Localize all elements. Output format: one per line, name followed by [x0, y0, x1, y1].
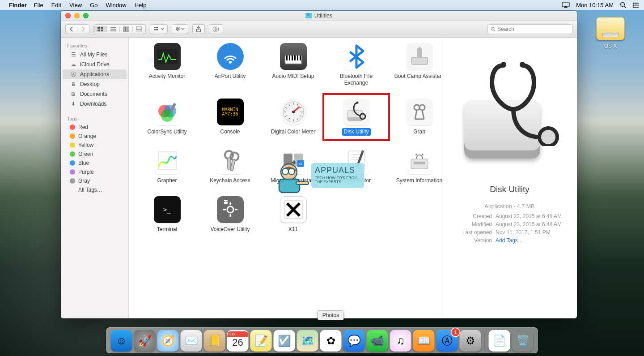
zoom-button[interactable]	[83, 13, 89, 18]
app-icon-art	[343, 99, 370, 125]
nav-buttons	[65, 24, 89, 34]
notification-center-icon[interactable]	[633, 2, 640, 8]
svg-rect-40	[297, 56, 298, 60]
column-view-button[interactable]	[120, 26, 133, 32]
dock-maps[interactable]: 🗺️	[297, 330, 318, 352]
sidebar-item-documents[interactable]: 🗎Documents	[63, 89, 127, 99]
app-bluetooth-file-exchange[interactable]: Bluetooth File Exchange	[326, 43, 386, 87]
sidebar-label: Applications	[80, 71, 109, 77]
tag-gray[interactable]: Gray	[63, 176, 127, 185]
menubar-clock[interactable]: Mon 10:15 AM	[576, 2, 614, 9]
tag-red[interactable]: Red	[63, 123, 127, 132]
dock-messages[interactable]: 💬	[343, 330, 365, 352]
app-caption: Keychain Access	[208, 177, 252, 184]
dock-contacts[interactable]: 📒	[204, 330, 225, 352]
app-boot-camp-assistant[interactable]: Boot Camp Assistant	[389, 43, 442, 87]
titlebar[interactable]: Utilities	[61, 11, 577, 21]
share-button[interactable]	[192, 24, 205, 34]
app-icon-art	[217, 196, 244, 223]
back-button[interactable]	[66, 26, 77, 32]
forward-button[interactable]	[77, 26, 89, 32]
app-script-editor[interactable]: Script Editor	[326, 147, 386, 184]
sidebar-item-all-my-files[interactable]: ☰All My Files	[63, 50, 127, 60]
svg-rect-17	[126, 27, 127, 31]
svg-rect-24	[154, 29, 156, 30]
action-menu[interactable]: ✻	[172, 24, 188, 34]
search-field[interactable]	[487, 24, 572, 34]
all-my-files-icon: ☰	[70, 51, 77, 58]
app-icon-art	[154, 147, 181, 174]
traffic-lights	[65, 11, 89, 21]
menu-window[interactable]: Window	[106, 2, 126, 9]
menu-view[interactable]: View	[69, 2, 82, 9]
app-migration-assistant[interactable]: ☺Migration Assistant	[263, 147, 323, 184]
tag-yellow[interactable]: Yellow	[63, 141, 127, 150]
dock-trash[interactable]: 🗑️	[512, 330, 534, 352]
sidebar-item-icloud-drive[interactable]: ☁︎iCloud Drive	[63, 60, 127, 69]
icon-grid-area[interactable]: Activity MonitorAirPort UtilityAudio MID…	[129, 38, 442, 318]
icon-view-button[interactable]	[94, 26, 107, 32]
tag-green[interactable]: Green	[63, 150, 127, 159]
airplay-icon[interactable]	[562, 2, 570, 8]
app-icon-art	[343, 147, 370, 174]
svg-rect-86	[414, 162, 425, 163]
dock-launchpad[interactable]: 🚀	[134, 330, 156, 352]
sidebar-item-desktop[interactable]: 🖥Desktop	[63, 79, 127, 89]
dock-finder[interactable]: ☺	[111, 330, 132, 352]
app-audio-midi-setup[interactable]: Audio MIDI Setup	[263, 43, 323, 87]
dock-reminders[interactable]: ☑️	[274, 330, 295, 352]
dock-system-preferences[interactable]: ⚙	[460, 330, 481, 352]
sidebar-label: iCloud Drive	[80, 61, 109, 68]
menu-go[interactable]: Go	[90, 2, 97, 9]
arrange-menu[interactable]	[150, 24, 168, 34]
sidebar-item-downloads[interactable]: ⬇︎Downloads	[63, 99, 127, 109]
app-caption: Grapher	[155, 177, 178, 184]
app-grapher[interactable]: Grapher	[137, 147, 197, 184]
menu-file[interactable]: File	[34, 2, 43, 9]
menu-edit[interactable]: Edit	[51, 2, 61, 9]
app-airport-utility[interactable]: AirPort Utility	[200, 43, 260, 87]
dock-calendar[interactable]: FEB26	[227, 330, 249, 352]
dock-photos[interactable]: ✿	[320, 330, 342, 352]
dock-safari[interactable]: 🧭	[157, 330, 179, 352]
app-x11[interactable]: X11	[263, 196, 323, 233]
app-system-information[interactable]: System Information	[389, 147, 442, 184]
close-button[interactable]	[65, 13, 71, 18]
app-keychain-access[interactable]: Keychain Access	[200, 147, 260, 184]
dock-notes[interactable]: 📝	[250, 330, 272, 352]
svg-rect-43	[417, 49, 422, 57]
menubar-app-name[interactable]: Finder	[9, 2, 27, 9]
app-colorsync-utility[interactable]: ColorSync Utility	[137, 99, 197, 136]
coverflow-view-button[interactable]	[133, 26, 145, 32]
list-view-button[interactable]	[107, 26, 120, 32]
dock-ibooks[interactable]: 📖	[413, 330, 435, 352]
app-terminal[interactable]: >_Terminal	[137, 196, 197, 233]
downloads-icon: ⬇︎	[70, 100, 77, 107]
badge: 1	[452, 328, 460, 336]
minimize-button[interactable]	[74, 13, 80, 18]
dock-appstore[interactable]: Ⓐ1	[436, 330, 458, 352]
app-grab[interactable]: Grab	[389, 99, 442, 136]
desktop-drive-osx[interactable]: OS X	[593, 17, 628, 49]
app-activity-monitor[interactable]: Activity Monitor	[137, 43, 197, 87]
menu-help[interactable]: Help	[135, 2, 147, 9]
sidebar-item-applications[interactable]: ⒶApplications	[63, 69, 127, 79]
tag-orange[interactable]: Orange	[63, 132, 127, 141]
app-disk-utility[interactable]: Disk Utility	[326, 99, 386, 136]
spotlight-icon[interactable]	[620, 2, 627, 9]
add-tags-link[interactable]: Add Tags…	[496, 237, 523, 244]
app-console[interactable]: WARNINAY7:36Console	[200, 99, 260, 136]
search-input[interactable]	[497, 26, 569, 32]
tags-button[interactable]	[209, 24, 223, 34]
tag-blue[interactable]: Blue	[63, 159, 127, 167]
dock-downloads[interactable]: 📄	[489, 330, 510, 352]
tag-all[interactable]: All Tags…	[63, 185, 127, 194]
svg-rect-41	[300, 56, 301, 60]
dock-facetime[interactable]: 📹	[367, 330, 388, 352]
dock-itunes[interactable]: ♫	[390, 330, 411, 352]
app-icon-art	[154, 99, 181, 125]
app-voiceover-utility[interactable]: VoiceOver Utility	[200, 196, 260, 233]
dock-mail[interactable]: ✉️	[181, 330, 202, 352]
tag-purple[interactable]: Purple	[63, 167, 127, 176]
app-digital-color-meter[interactable]: Digital Color Meter	[263, 99, 323, 136]
